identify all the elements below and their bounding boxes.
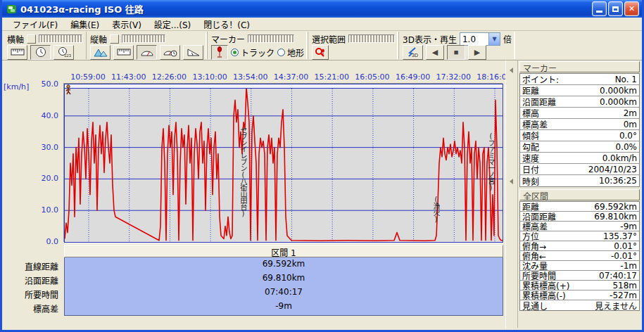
info-row-value: 518m: [612, 281, 637, 290]
y-tick-label: 30.0: [42, 143, 59, 152]
segment-summary: 直線距離沿面距離所要時間標高差 区間 1 69.592km69.810km07:…: [2, 245, 505, 324]
vaxis-slider[interactable]: [122, 34, 165, 43]
marker-group: マーカー ポイント:No. 1距離0.000km沿面距離0.000km標高2m標…: [519, 61, 640, 187]
stop-button[interactable]: ■: [447, 45, 465, 60]
toolbar: 横軸 123 縦軸: [2, 31, 642, 60]
view-3d-icon: 3D: [405, 46, 421, 58]
collapse-arrow-icon[interactable]: [510, 179, 513, 184]
play-forward-icon: ▶: [474, 48, 480, 57]
selection-range-band[interactable]: [65, 84, 503, 89]
vaxis-toggle-button[interactable]: [110, 34, 119, 44]
maximize-button[interactable]: [608, 1, 623, 16]
close-button[interactable]: ✕: [624, 1, 639, 16]
info-row-value: 0m: [624, 120, 637, 129]
info-row-value: 07:40:17: [599, 271, 637, 281]
info-row: 沿面距離0.000km: [520, 96, 639, 108]
menu-close[interactable]: 閉じる！(C): [197, 18, 256, 31]
minimize-button[interactable]: [592, 1, 607, 16]
slope-icon: [187, 48, 201, 57]
info-row-value: 0.0%: [616, 142, 638, 152]
play-backward-button[interactable]: ◀: [426, 45, 444, 60]
chart-section: 10:59:0011:43:0012:26:0013:10:0013:54:00…: [2, 60, 505, 328]
segment-panel: 区間 1 69.592km69.810km07:40:17-9m: [64, 245, 503, 316]
y-tick-label: 20.0: [42, 174, 59, 183]
marker-pin-button[interactable]: [211, 45, 228, 60]
stop-icon: ■: [454, 48, 459, 56]
x-tick-label: 14:37:00: [274, 72, 308, 82]
y-axis-unit: [km/h]: [4, 82, 29, 91]
menu-edit[interactable]: 編集(E): [64, 18, 106, 31]
menu-file[interactable]: ファイル(F): [6, 18, 64, 31]
radio-track-dot: [231, 49, 239, 56]
svg-text:123: 123: [64, 53, 71, 58]
group-marker: マーカー トラック 地形: [207, 32, 308, 59]
selection-marker-button[interactable]: [312, 45, 329, 60]
ruler-icon: [117, 48, 131, 56]
chevron-down-icon[interactable]: ▼: [488, 33, 500, 45]
info-row: 日付2004/10/23: [520, 164, 639, 175]
info-row-value: 10:36:25: [599, 176, 637, 186]
segment-header[interactable]: 区間 1: [64, 245, 503, 257]
vaxis-speed-time-button[interactable]: [160, 45, 180, 60]
total-group-title: 全区間: [519, 189, 640, 200]
info-row: 標高2m: [520, 108, 639, 119]
title-bar[interactable]: 041023α-racing ISO 往路 ✕: [2, 0, 642, 18]
panel-splitter[interactable]: [505, 60, 518, 328]
svg-text:3D: 3D: [412, 53, 418, 58]
x-tick-label: 13:10:00: [192, 72, 227, 82]
info-row-value: 135.37°: [603, 231, 637, 241]
info-row: 速度0.0km/h: [520, 153, 639, 164]
segment-row-value: 07:40:17: [65, 287, 503, 301]
marker-slider[interactable]: [248, 34, 294, 43]
haxis-slider[interactable]: [39, 34, 82, 43]
segment-row-value: 69.592km: [65, 259, 503, 273]
x-axis-labels: 10:59:0011:43:0012:26:0013:10:0013:54:00…: [2, 60, 505, 84]
clock-123-icon: 123: [57, 46, 71, 58]
haxis-time-button[interactable]: [30, 45, 51, 60]
start-marker-person-icon[interactable]: [65, 84, 72, 95]
info-row: 傾斜0.0°: [520, 130, 639, 141]
info-row-value: 69.810km: [594, 212, 637, 222]
info-row-value: 0.000km: [600, 86, 637, 96]
group-horizontal-axis: 横軸 123: [4, 32, 86, 59]
info-row-value: -0.01°: [611, 251, 637, 261]
app-icon: [6, 3, 18, 15]
vaxis-speed-button[interactable]: [137, 45, 157, 60]
collapse-arrow-icon[interactable]: [510, 68, 513, 73]
menu-settings[interactable]: 設定...(S): [148, 18, 197, 31]
info-row-label: 傾斜: [522, 129, 539, 141]
range-pin-icon: [315, 47, 326, 58]
haxis-label: 横軸: [7, 33, 24, 45]
radio-terrain[interactable]: 地形: [277, 46, 304, 58]
vaxis-distance-button[interactable]: [113, 45, 134, 60]
marker-group-title: マーカー: [519, 61, 640, 72]
minimize-icon: [596, 11, 602, 13]
info-row: 距離0.000km: [520, 85, 639, 96]
info-row-label: 標高差: [522, 118, 548, 130]
selection-slider[interactable]: [348, 34, 395, 43]
haxis-distance-button[interactable]: [7, 45, 27, 60]
info-row: ポイント:No. 1: [520, 74, 639, 85]
x-tick-label: 15:21:00: [314, 72, 348, 82]
speed-chart-plot[interactable]: セブンイレブン(八街山田台)(漁火)(ファミマ一ノ宮): [64, 84, 503, 243]
vaxis-elevation-button[interactable]: [90, 45, 111, 60]
playback-speed-combo[interactable]: 1.0 ▼: [460, 32, 500, 46]
menu-view[interactable]: 表示(V): [106, 18, 148, 31]
y-tick-label: 50.0: [42, 79, 59, 89]
group-vertical-axis: 縦軸: [86, 32, 207, 59]
group-3d-playback: 3D表示・再生 1.0 ▼ 倍 3D ◀ ■ ▶: [398, 32, 515, 59]
group-selection-range: 選択範囲: [308, 32, 398, 59]
view-3d-button[interactable]: 3D: [403, 45, 423, 60]
radio-track[interactable]: トラック: [231, 46, 274, 58]
vaxis-slope-button[interactable]: [183, 45, 203, 60]
close-icon: ✕: [629, 4, 635, 13]
play-forward-button[interactable]: ▶: [468, 45, 486, 60]
haxis-point-number-button[interactable]: 123: [53, 45, 74, 60]
radio-track-label: トラック: [241, 46, 274, 58]
info-row-value: 見えません: [595, 300, 637, 312]
segment-row-label: 所要時間: [2, 288, 61, 302]
segment-values: 69.592km69.810km07:40:17-9m: [64, 257, 503, 316]
menu-bar: ファイル(F) 編集(E) 表示(V) 設定...(S) 閉じる！(C): [2, 18, 642, 31]
info-row-value: 0.01°: [614, 241, 637, 251]
haxis-toggle-button[interactable]: [27, 34, 36, 44]
